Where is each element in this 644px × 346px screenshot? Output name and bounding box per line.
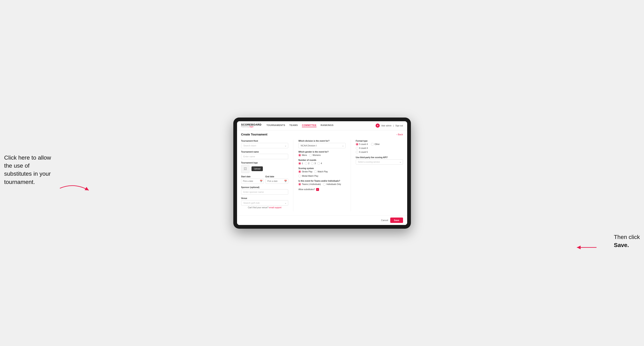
teams-group: Is this event for Teams and/or Individua… <box>298 180 346 185</box>
format-6count4[interactable]: 6 count 4 <box>356 147 403 150</box>
calendar-icon: 📅 <box>260 180 263 182</box>
gender-radio-group: Mens Womens <box>298 154 346 157</box>
individuals-only[interactable]: Individuals Only <box>323 183 341 185</box>
col-divider-1 <box>293 140 294 211</box>
powered-by-text: Powered by clippd <box>241 126 262 128</box>
gender-mens-label: Mens <box>302 154 307 156</box>
rounds-group: Number of rounds 1 2 3 <box>298 159 346 165</box>
round-3[interactable]: 3 <box>311 162 316 165</box>
individuals-only-label: Individuals Only <box>326 183 341 185</box>
teams-individuals[interactable]: Teams (+Individuals) <box>298 183 321 185</box>
format-6count4-label: 6 count 4 <box>359 147 368 149</box>
sponsor-label: Sponsor (optional) <box>241 186 288 188</box>
match-play[interactable]: Match Play <box>314 170 328 173</box>
gender-label: Which gender is the event for? <box>298 151 346 153</box>
tournament-name-group: Tournament name <box>241 151 288 159</box>
round-4[interactable]: 4 <box>317 162 322 165</box>
logo-area: 🖼 Upload <box>241 165 288 173</box>
tablet-screen: SCOREBOARD Powered by clippd TOURNAMENTS… <box>237 121 407 225</box>
tournament-logo-label: Tournament logo <box>241 162 288 164</box>
substitutes-checkbox[interactable]: ✓ <box>316 188 319 191</box>
gender-womens-label: Womens <box>312 154 321 156</box>
nav-teams[interactable]: TEAMS <box>289 124 298 127</box>
radio-5count4-circle <box>356 143 358 146</box>
start-date-label: Start date <box>241 175 264 178</box>
form-col-1: Tournament Host Tournament name Tourname… <box>241 140 288 211</box>
save-button[interactable]: Save <box>390 217 403 223</box>
format-5count4[interactable]: 5 count 4 <box>356 143 368 146</box>
upload-button[interactable]: Upload <box>252 167 263 171</box>
start-date-group: Start date 📅 <box>241 175 264 184</box>
scoring-radio-group: Stroke Play Match Play Medal Match Play <box>298 170 346 177</box>
annotation-right: Then click Save. <box>614 233 640 249</box>
format-label: Format type <box>356 140 403 142</box>
arrow-left-icon <box>58 180 91 196</box>
nav-logo: SCOREBOARD Powered by clippd <box>241 123 262 128</box>
radio-round4-circle <box>317 162 320 165</box>
format-5count4-label: 5 count 4 <box>359 143 368 145</box>
avatar: B <box>376 124 380 128</box>
round-1-label: 1 <box>302 162 303 165</box>
calendar-icon-end: 📅 <box>284 180 287 182</box>
scoring-service-select[interactable]: Select a scoring service <box>356 159 403 165</box>
tournament-host-label: Tournament Host <box>241 140 288 142</box>
back-link[interactable]: ‹ Back <box>396 133 403 136</box>
image-icon: 🖼 <box>244 167 247 171</box>
arrow-right-icon <box>574 242 598 253</box>
username: blair admin <box>381 125 392 127</box>
email-support-link[interactable]: email support <box>269 206 282 209</box>
sign-out-link[interactable]: Sign out <box>396 125 403 127</box>
form-col-3: Format type 5 count 4 Other <box>356 140 403 211</box>
page-header: Create Tournament ‹ Back <box>237 130 407 138</box>
nav-user: B blair admin | Sign out <box>376 124 403 128</box>
end-date-label: End date <box>266 175 288 178</box>
round-4-label: 4 <box>321 162 322 165</box>
nav-bar: SCOREBOARD Powered by clippd TOURNAMENTS… <box>237 121 407 130</box>
tournament-host-input[interactable] <box>241 143 288 148</box>
form-footer: Cancel Save <box>237 215 407 225</box>
format-other[interactable]: Other <box>371 143 380 146</box>
radio-stroke-circle <box>298 170 301 173</box>
radio-round1-circle <box>298 162 301 165</box>
stroke-play[interactable]: Stroke Play <box>298 170 312 173</box>
logo-placeholder: 🖼 <box>241 165 250 173</box>
sponsor-input[interactable] <box>241 189 288 195</box>
sponsor-group: Sponsor (optional) <box>241 186 288 195</box>
teams-individuals-label: Teams (+Individuals) <box>302 183 321 185</box>
gender-mens[interactable]: Mens <box>298 154 307 157</box>
division-select[interactable]: NCAA Division I <box>298 143 346 148</box>
tournament-logo-group: Tournament logo 🖼 Upload <box>241 162 288 173</box>
radio-6count5-circle <box>356 151 358 154</box>
round-3-label: 3 <box>314 162 316 165</box>
radio-other-circle <box>371 143 374 146</box>
form-col-2: Which division is the event for? NCAA Di… <box>298 140 346 211</box>
venue-cant-find: Can't find your venue? email support <box>241 206 288 209</box>
round-1[interactable]: 1 <box>298 162 303 165</box>
scoreboard-title: SCOREBOARD <box>241 123 262 126</box>
round-2-label: 2 <box>308 162 310 165</box>
nav-rankings[interactable]: RANKINGS <box>321 124 334 127</box>
medal-match-play[interactable]: Medal Match Play <box>298 175 318 177</box>
radio-individuals-circle <box>323 183 326 185</box>
nav-tournaments[interactable]: TOURNAMENTS <box>266 124 285 127</box>
cancel-button[interactable]: Cancel <box>381 219 388 221</box>
medal-match-play-label: Medal Match Play <box>302 175 318 177</box>
tournament-name-input[interactable] <box>241 154 288 159</box>
scoring-group: Scoring system Stroke Play Match Play <box>298 167 346 177</box>
radio-round2-circle <box>305 162 308 165</box>
format-options: 5 count 4 Other 6 count 4 <box>356 143 403 154</box>
match-play-label: Match Play <box>318 171 328 173</box>
format-6count5[interactable]: 6 count 5 <box>356 151 403 154</box>
gender-womens[interactable]: Womens <box>309 154 321 157</box>
annotation-left: Click here to allow the use of substitut… <box>4 154 58 186</box>
nav-separator: | <box>393 125 394 127</box>
venue-input[interactable] <box>241 200 288 206</box>
radio-teams-circle <box>298 183 301 185</box>
nav-committee[interactable]: COMMITTEE <box>302 124 316 127</box>
tournament-name-label: Tournament name <box>241 151 288 153</box>
round-2[interactable]: 2 <box>305 162 310 165</box>
radio-match-circle <box>314 170 317 173</box>
rounds-radio-group: 1 2 3 4 <box>298 162 346 165</box>
division-label: Which division is the event for? <box>298 140 346 142</box>
radio-womens-circle <box>309 154 312 157</box>
